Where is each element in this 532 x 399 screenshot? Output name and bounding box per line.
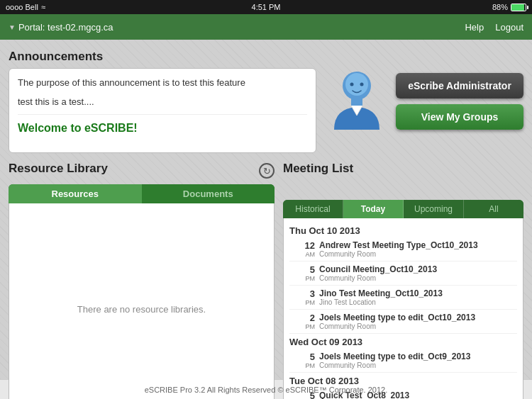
meeting-time: 5 [289,352,315,362]
view-groups-button[interactable]: View My Groups [396,104,523,130]
battery-percent: 88% [492,3,508,11]
tab-documents[interactable]: Documents [142,184,275,203]
meeting-ampm: PM [289,362,315,369]
resource-library-panel: Resource Library ↻ Resources Documents T… [9,162,275,399]
nav-bar: ▼ Portal: test-02.mgcg.ca Help Logout [0,14,532,40]
help-button[interactable]: Help [465,22,484,33]
meeting-item[interactable]: 3 PM Jino Test Meeting_Oct10_2013 Jino T… [289,286,517,310]
meeting-location: Jino Test Location [319,298,517,306]
meeting-time: 3 [289,288,315,299]
escribe-brand: eSCRIBE! [84,122,138,134]
meeting-ampm: AM [289,251,315,258]
meeting-location: Community Room [319,250,517,258]
nav-actions: Help Logout [465,22,523,33]
date-header-1: Thu Oct 10 2013 [289,223,517,237]
wifi-icon: ≈ [41,3,45,11]
avatar [327,66,387,137]
carrier-label: oooo Bell [6,3,38,11]
logout-button[interactable]: Logout [495,22,523,33]
resource-tabs: Resources Documents [9,184,275,203]
meeting-time: 5 [289,264,315,275]
avatar-container [325,62,389,140]
footer-text: eSCRIBE Pro 3.2 All Rights Reserved © eS… [145,386,388,394]
portal-label: ▼ Portal: test-02.mgcg.ca [9,22,113,33]
meeting-list-panel: Meeting List Historical Today Upcoming A… [283,162,523,399]
announcement-welcome: Welcome to eSCRIBE! [18,114,307,137]
meeting-location: Community Room [319,361,517,369]
status-bar: oooo Bell ≈ 4:51 PM 88% [0,0,532,14]
chevron-down-icon: ▼ [9,23,16,31]
top-row: Announcements The purpose of this announ… [9,50,523,153]
meeting-tabs: Historical Today Upcoming All [283,200,523,218]
meeting-body[interactable]: Thu Oct 10 2013 12 AM Andrew Test Meetin… [283,218,523,399]
meeting-name: Joels Meeting type to edit_Oct10_2013 [319,313,517,322]
meeting-time: 2 [289,313,315,323]
announcements-panel: Announcements The purpose of this announ… [9,50,316,153]
status-time: 4:51 PM [252,3,281,11]
tab-today[interactable]: Today [343,200,404,218]
resource-empty-message: There are no resource libraries. [77,304,206,315]
status-left: oooo Bell ≈ [6,3,45,11]
main-content: Announcements The purpose of this announ… [0,40,532,379]
meeting-name: Jino Test Meeting_Oct10_2013 [319,288,517,298]
meeting-time: 12 [289,240,315,251]
tab-historical[interactable]: Historical [283,200,343,218]
user-panel: eScribe Administrator View My Groups [325,50,523,153]
meeting-location: Community Room [319,322,517,330]
meeting-item[interactable]: 12 AM Andrew Test Meeting Type_Oct10_201… [289,237,517,262]
resource-header: Resource Library ↻ [9,162,275,180]
svg-rect-2 [351,99,362,106]
tab-upcoming[interactable]: Upcoming [404,200,464,218]
svg-point-4 [360,83,363,86]
tab-all[interactable]: All [464,200,523,218]
announcements-title: Announcements [9,50,316,64]
battery-icon [511,4,526,11]
meeting-ampm: PM [289,275,315,282]
meeting-location: Community Room [319,274,517,282]
meeting-name: Council Meeting_Oct10_2013 [319,264,517,274]
resource-body: There are no resource libraries. [9,203,275,399]
tab-resources[interactable]: Resources [9,184,142,203]
announcements-box[interactable]: The purpose of this announcement is to t… [9,68,316,153]
resource-title: Resource Library [9,162,108,176]
meeting-name: Andrew Test Meeting Type_Oct10_2013 [319,240,517,250]
meeting-item[interactable]: 5 PM Council Meeting_Oct10_2013 Communit… [289,262,517,286]
meeting-name: Joels Meeting type to edit_Oct9_2013 [319,352,517,361]
date-header-2: Wed Oct 09 2013 [289,334,517,349]
user-buttons: eScribe Administrator View My Groups [396,73,523,130]
meeting-ampm: PM [289,323,315,330]
meeting-item[interactable]: 2 PM Joels Meeting type to edit_Oct10_20… [289,310,517,334]
svg-point-3 [350,83,353,86]
meeting-list-title: Meeting List [283,162,523,176]
announcement-line-1: The purpose of this announcement is to t… [18,76,307,91]
announcement-line-2: test this is a test.... [18,95,307,110]
admin-label-button: eScribe Administrator [396,73,523,99]
bottom-row: Resource Library ↻ Resources Documents T… [9,162,523,399]
status-right: 88% [492,3,526,11]
meeting-ampm: PM [289,299,315,306]
refresh-icon[interactable]: ↻ [259,163,275,179]
meeting-item[interactable]: 5 PM Joels Meeting type to edit_Oct9_201… [289,349,517,373]
portal-name: Portal: test-02.mgcg.ca [18,22,113,33]
